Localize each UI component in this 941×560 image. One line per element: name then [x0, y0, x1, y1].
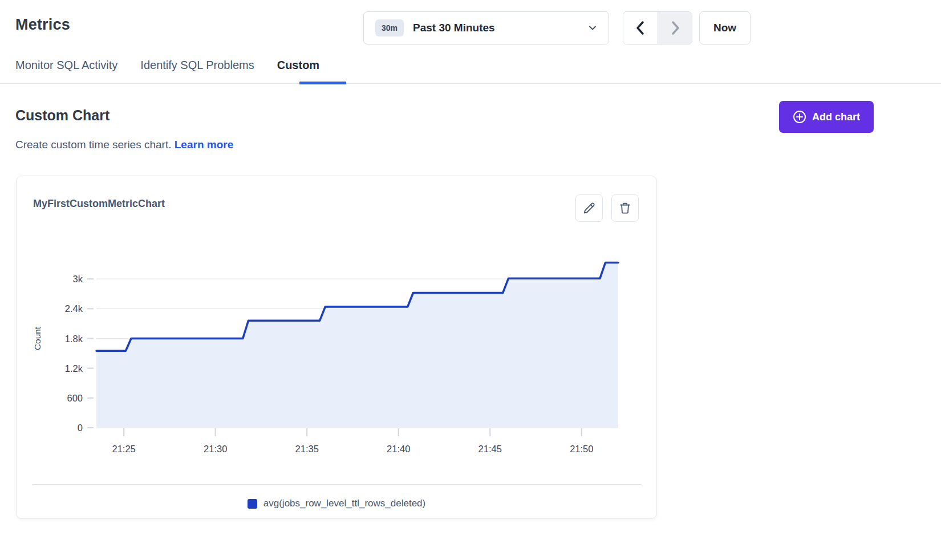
legend-divider: [33, 484, 642, 485]
svg-text:600: 600: [67, 393, 83, 403]
tab-custom[interactable]: Custom: [277, 59, 319, 84]
time-range-label: Past 30 Minutes: [413, 22, 588, 34]
pencil-icon: [583, 202, 595, 214]
svg-text:0: 0: [78, 423, 83, 433]
trash-icon: [619, 202, 631, 214]
y-axis: 06001.2k1.8k2.4k3k: [65, 274, 94, 433]
legend-label: avg(jobs_row_level_ttl_rows_deleted): [263, 498, 425, 509]
time-step-controls: [623, 11, 692, 44]
add-chart-button[interactable]: Add chart: [779, 101, 874, 133]
chevron-left-icon: [635, 21, 646, 35]
chart-title: MyFirstCustomMetricChart: [33, 198, 165, 210]
chevron-down-icon: [588, 23, 597, 33]
metrics-page: Metrics 30m Past 30 Minutes Now Monitor …: [0, 0, 941, 560]
timeseries-chart[interactable]: 06001.2k1.8k2.4k3k21:2521:3021:3521:4021…: [33, 240, 642, 468]
x-axis: 21:2521:3021:3521:4021:4521:50: [112, 428, 594, 454]
edit-chart-button[interactable]: [575, 194, 603, 222]
delete-chart-button[interactable]: [611, 194, 639, 222]
chart-actions: [575, 194, 639, 222]
time-range-badge: 30m: [375, 19, 404, 36]
svg-text:21:40: 21:40: [387, 444, 410, 454]
svg-text:21:45: 21:45: [478, 444, 502, 454]
svg-text:1.2k: 1.2k: [65, 363, 83, 374]
svg-text:21:35: 21:35: [295, 444, 319, 454]
svg-text:21:25: 21:25: [112, 444, 136, 454]
section-subtitle: Create custom time series chart. Learn m…: [15, 139, 233, 151]
plus-circle-icon: [793, 110, 806, 124]
svg-text:21:30: 21:30: [204, 444, 227, 454]
learn-more-link[interactable]: Learn more: [175, 139, 233, 151]
tab-monitor-sql-activity[interactable]: Monitor SQL Activity: [15, 59, 117, 84]
time-back-button[interactable]: [623, 12, 658, 44]
section-title: Custom Chart: [15, 107, 109, 124]
tab-bar: Monitor SQL Activity Identify SQL Proble…: [15, 59, 319, 84]
svg-text:3k: 3k: [73, 274, 83, 284]
series-area: [96, 263, 618, 428]
svg-text:1.8k: 1.8k: [65, 334, 83, 344]
add-chart-label: Add chart: [812, 111, 860, 123]
svg-text:21:50: 21:50: [570, 444, 593, 454]
tab-identify-sql-problems[interactable]: Identify SQL Problems: [140, 59, 254, 84]
page-title: Metrics: [15, 16, 70, 34]
subtitle-text: Create custom time series chart.: [15, 139, 171, 151]
time-range-dropdown[interactable]: 30m Past 30 Minutes: [363, 11, 609, 44]
now-button[interactable]: Now: [699, 11, 751, 44]
y-axis-title: Count: [33, 326, 42, 350]
chevron-right-icon: [670, 21, 681, 35]
legend-swatch: [248, 499, 257, 509]
svg-text:2.4k: 2.4k: [65, 303, 83, 314]
time-forward-button-disabled[interactable]: [658, 12, 692, 44]
custom-chart-card: MyFirstCustomMetricChart 06001.2k1.8k2.4…: [16, 176, 657, 519]
tabs-divider: [0, 83, 941, 84]
active-tab-underline: [299, 82, 346, 84]
chart-legend: avg(jobs_row_level_ttl_rows_deleted): [17, 498, 656, 509]
